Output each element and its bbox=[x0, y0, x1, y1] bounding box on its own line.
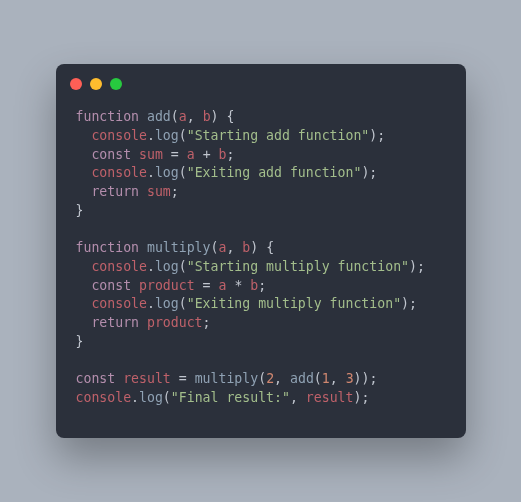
param-a: a bbox=[179, 109, 187, 124]
dot: . bbox=[147, 296, 155, 311]
log-method: log bbox=[155, 128, 179, 143]
code-window: function add(a, b) { console.log("Starti… bbox=[56, 64, 466, 438]
console-obj: console bbox=[91, 259, 147, 274]
comma: , bbox=[226, 240, 234, 255]
paren-close: ) bbox=[354, 371, 362, 386]
comma: , bbox=[274, 371, 282, 386]
paren-close: ) bbox=[362, 371, 370, 386]
dot: . bbox=[131, 390, 139, 405]
keyword-const: const bbox=[91, 147, 131, 162]
console-obj: console bbox=[91, 128, 147, 143]
comma: , bbox=[290, 390, 298, 405]
dot: . bbox=[147, 128, 155, 143]
brace-close: } bbox=[76, 334, 84, 349]
semicolon: ; bbox=[370, 371, 378, 386]
ref-product: product bbox=[147, 315, 203, 330]
console-obj: console bbox=[91, 296, 147, 311]
function-name-add: add bbox=[147, 109, 171, 124]
dot: . bbox=[147, 165, 155, 180]
comma: , bbox=[330, 371, 338, 386]
paren-open: ( bbox=[179, 165, 187, 180]
maximize-icon[interactable] bbox=[110, 78, 122, 90]
ref-sum: sum bbox=[147, 184, 171, 199]
comma: , bbox=[187, 109, 195, 124]
string-literal: "Starting multiply function" bbox=[187, 259, 409, 274]
keyword-return: return bbox=[91, 315, 139, 330]
log-method: log bbox=[155, 296, 179, 311]
brace-close: } bbox=[76, 203, 84, 218]
semicolon: ; bbox=[203, 315, 211, 330]
semicolon: ; bbox=[171, 184, 179, 199]
paren-close: ) bbox=[401, 296, 409, 311]
dot: . bbox=[147, 259, 155, 274]
semicolon: ; bbox=[361, 390, 369, 405]
paren-open: ( bbox=[179, 296, 187, 311]
paren-close: ) bbox=[250, 240, 258, 255]
op-eq: = bbox=[179, 371, 187, 386]
code-block: function add(a, b) { console.log("Starti… bbox=[56, 90, 466, 438]
keyword-function: function bbox=[76, 240, 140, 255]
string-literal: "Exiting add function" bbox=[187, 165, 362, 180]
keyword-function: function bbox=[76, 109, 140, 124]
paren-open: ( bbox=[171, 109, 179, 124]
semicolon: ; bbox=[409, 296, 417, 311]
ref-a: a bbox=[187, 147, 195, 162]
log-method: log bbox=[155, 165, 179, 180]
paren-close: ) bbox=[211, 109, 219, 124]
op-plus: + bbox=[203, 147, 211, 162]
semicolon: ; bbox=[377, 128, 385, 143]
paren-open: ( bbox=[314, 371, 322, 386]
function-name-multiply: multiply bbox=[147, 240, 211, 255]
console-obj: console bbox=[91, 165, 147, 180]
brace-open: { bbox=[226, 109, 234, 124]
op-eq: = bbox=[203, 278, 211, 293]
op-star: * bbox=[234, 278, 242, 293]
semicolon: ; bbox=[369, 165, 377, 180]
call-add: add bbox=[290, 371, 314, 386]
number-literal: 2 bbox=[266, 371, 274, 386]
paren-open: ( bbox=[258, 371, 266, 386]
log-method: log bbox=[139, 390, 163, 405]
var-product: product bbox=[139, 278, 195, 293]
string-literal: "Final result:" bbox=[171, 390, 290, 405]
var-result: result bbox=[123, 371, 171, 386]
keyword-return: return bbox=[91, 184, 139, 199]
keyword-const: const bbox=[91, 278, 131, 293]
close-icon[interactable] bbox=[70, 78, 82, 90]
console-obj: console bbox=[76, 390, 132, 405]
log-method: log bbox=[155, 259, 179, 274]
window-titlebar bbox=[56, 64, 466, 90]
param-b: b bbox=[203, 109, 211, 124]
number-literal: 1 bbox=[322, 371, 330, 386]
keyword-const: const bbox=[76, 371, 116, 386]
string-literal: "Exiting multiply function" bbox=[187, 296, 401, 311]
ref-b: b bbox=[219, 147, 227, 162]
semicolon: ; bbox=[417, 259, 425, 274]
semicolon: ; bbox=[258, 278, 266, 293]
paren-close: ) bbox=[409, 259, 417, 274]
string-literal: "Starting add function" bbox=[187, 128, 370, 143]
brace-open: { bbox=[266, 240, 274, 255]
op-eq: = bbox=[171, 147, 179, 162]
paren-open: ( bbox=[179, 259, 187, 274]
var-sum: sum bbox=[139, 147, 163, 162]
semicolon: ; bbox=[227, 147, 235, 162]
number-literal: 3 bbox=[346, 371, 354, 386]
ref-a: a bbox=[218, 278, 226, 293]
paren-open: ( bbox=[163, 390, 171, 405]
ref-result: result bbox=[306, 390, 354, 405]
call-multiply: multiply bbox=[195, 371, 259, 386]
minimize-icon[interactable] bbox=[90, 78, 102, 90]
paren-open: ( bbox=[179, 128, 187, 143]
